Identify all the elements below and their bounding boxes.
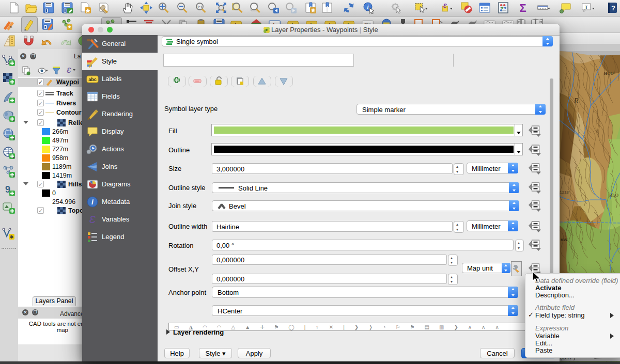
svg-text:Ɛ: Ɛ — [443, 3, 447, 9]
svg-text:T: T — [585, 4, 588, 10]
svg-text:HOO: HOO — [604, 71, 614, 76]
svg-text:✱: ✱ — [10, 234, 14, 240]
svg-text:KW: KW — [561, 238, 568, 242]
svg-text:R: R — [574, 97, 579, 105]
svg-text:?: ? — [611, 4, 615, 12]
svg-text:Σ: Σ — [519, 2, 526, 14]
svg-text:1:1: 1:1 — [197, 5, 202, 9]
svg-text:BLO: BLO — [609, 193, 619, 198]
svg-text:Ɛ: Ɛ — [67, 66, 71, 74]
svg-text:1218: 1218 — [560, 190, 569, 195]
